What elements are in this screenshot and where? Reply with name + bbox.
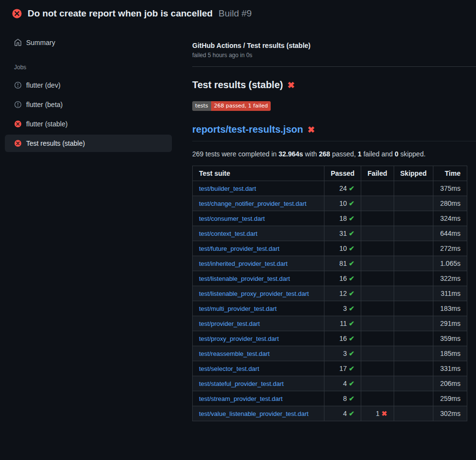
skipped-cell bbox=[394, 391, 433, 406]
alert-circle-icon bbox=[14, 101, 22, 108]
report-link[interactable]: reports/test-results.json bbox=[192, 124, 303, 135]
failed-cell bbox=[361, 271, 394, 286]
table-row: test/provider_test.dart11✔291ms bbox=[193, 316, 467, 331]
sidebar-item-summary[interactable]: Summary bbox=[5, 34, 172, 51]
skipped-cell bbox=[394, 196, 433, 211]
suite-link[interactable]: test/inherited_provider_test.dart bbox=[199, 260, 288, 267]
suite-link[interactable]: test/change_notifier_provider_test.dart bbox=[199, 200, 307, 207]
x-circle-icon bbox=[14, 139, 22, 147]
check-icon: ✔ bbox=[349, 320, 354, 327]
page-title: Do not create report when job is cancell… bbox=[28, 8, 213, 19]
skipped-cell bbox=[394, 346, 433, 361]
failed-cell bbox=[361, 286, 394, 301]
check-icon: ✔ bbox=[349, 230, 354, 237]
x-icon: ✖ bbox=[382, 410, 387, 417]
time-cell: 359ms bbox=[433, 331, 467, 346]
suite-link[interactable]: test/stream_provider_test.dart bbox=[199, 395, 283, 402]
content-layout: Summary Jobs flutter (dev)flutter (beta)… bbox=[0, 27, 476, 421]
table-row: test/reassemble_test.dart3✔185ms bbox=[193, 346, 467, 361]
passed-cell: 81✔ bbox=[324, 256, 361, 271]
sidebar-item-flutter-stable[interactable]: flutter (stable) bbox=[5, 115, 172, 133]
skipped-cell bbox=[394, 211, 433, 226]
table-row: test/builder_test.dart24✔375ms bbox=[193, 181, 467, 196]
red-x-icon: ✖ bbox=[287, 81, 294, 90]
passed-cell: 31✔ bbox=[324, 226, 361, 241]
check-icon: ✔ bbox=[349, 335, 354, 342]
failed-cell bbox=[361, 391, 394, 406]
time-cell: 185ms bbox=[433, 346, 467, 361]
suite-link[interactable]: test/multi_provider_test.dart bbox=[199, 305, 276, 312]
time-cell: 322ms bbox=[433, 271, 467, 286]
suite-link[interactable]: test/value_listenable_provider_test.dart bbox=[199, 410, 308, 417]
tests-badge: tests 268 passed, 1 failed bbox=[192, 101, 271, 111]
suite-cell: test/consumer_test.dart bbox=[193, 211, 324, 226]
skipped-cell bbox=[394, 226, 433, 241]
failed-cell bbox=[361, 196, 394, 211]
passed-cell: 24✔ bbox=[324, 181, 361, 196]
passed-cell: 8✔ bbox=[324, 391, 361, 406]
suite-link[interactable]: test/listenable_provider_test.dart bbox=[199, 275, 290, 282]
report-title: reports/test-results.json ✖ bbox=[192, 124, 476, 141]
failed-cell bbox=[361, 331, 394, 346]
failed-cell bbox=[361, 241, 394, 256]
suite-link[interactable]: test/provider_test.dart bbox=[199, 320, 260, 327]
sidebar-item-test-results-stable[interactable]: Test results (stable) bbox=[5, 135, 172, 152]
time-cell: 183ms bbox=[433, 301, 467, 316]
passed-cell: 10✔ bbox=[324, 241, 361, 256]
skipped-cell bbox=[394, 286, 433, 301]
main-panel: GitHub Actions / Test results (stable) f… bbox=[177, 27, 476, 421]
suite-link[interactable]: test/listenable_proxy_provider_test.dart bbox=[199, 290, 309, 297]
suite-cell: test/stream_provider_test.dart bbox=[193, 391, 324, 406]
check-icon: ✔ bbox=[349, 290, 354, 297]
suite-cell: test/listenable_provider_test.dart bbox=[193, 271, 324, 286]
skipped-cell bbox=[394, 256, 433, 271]
table-row: test/proxy_provider_test.dart16✔359ms bbox=[193, 331, 467, 346]
suite-link[interactable]: test/selector_test.dart bbox=[199, 365, 259, 372]
suite-cell: test/builder_test.dart bbox=[193, 181, 324, 196]
skipped-cell bbox=[394, 406, 433, 421]
table-row: test/future_provider_test.dart10✔272ms bbox=[193, 241, 467, 256]
passed-cell: 4✔ bbox=[324, 376, 361, 391]
results-table-body: test/builder_test.dart24✔375mstest/chang… bbox=[193, 181, 467, 421]
jobs-heading: Jobs bbox=[0, 53, 177, 77]
check-icon: ✔ bbox=[349, 410, 354, 417]
check-icon: ✔ bbox=[349, 199, 354, 207]
home-icon bbox=[14, 39, 22, 46]
suite-link[interactable]: test/proxy_provider_test.dart bbox=[199, 335, 279, 342]
passed-cell: 3✔ bbox=[324, 301, 361, 316]
time-cell: 272ms bbox=[433, 241, 467, 256]
passed-cell: 4✔ bbox=[324, 406, 361, 421]
table-row: test/listenable_proxy_provider_test.dart… bbox=[193, 286, 467, 301]
table-row: test/stream_provider_test.dart8✔259ms bbox=[193, 391, 467, 406]
suite-link[interactable]: test/context_test.dart bbox=[199, 230, 258, 237]
suite-link[interactable]: test/consumer_test.dart bbox=[199, 215, 265, 222]
skipped-cell bbox=[394, 181, 433, 196]
summary-skipped: 0 bbox=[395, 150, 399, 158]
col-header-suite: Test suite bbox=[193, 166, 324, 181]
time-cell: 311ms bbox=[433, 286, 467, 301]
check-icon: ✔ bbox=[349, 365, 354, 372]
failed-cell bbox=[361, 211, 394, 226]
suite-cell: test/value_listenable_provider_test.dart bbox=[193, 406, 324, 421]
alert-circle-icon bbox=[14, 81, 22, 89]
table-row: test/value_listenable_provider_test.dart… bbox=[193, 406, 467, 421]
time-cell: 302ms bbox=[433, 406, 467, 421]
suite-link[interactable]: test/builder_test.dart bbox=[199, 185, 256, 192]
check-icon: ✔ bbox=[349, 305, 354, 312]
table-header-row: Test suite Passed Failed Skipped Time bbox=[193, 166, 467, 181]
skipped-cell bbox=[394, 271, 433, 286]
divider bbox=[192, 66, 476, 67]
table-row: test/listenable_provider_test.dart16✔322… bbox=[193, 271, 467, 286]
suite-cell: test/context_test.dart bbox=[193, 226, 324, 241]
suite-link[interactable]: test/future_provider_test.dart bbox=[199, 245, 279, 252]
red-x-icon: ✖ bbox=[307, 125, 315, 134]
suite-link[interactable]: test/stateful_provider_test.dart bbox=[199, 380, 284, 387]
sidebar-item-flutter-dev[interactable]: flutter (dev) bbox=[5, 77, 172, 94]
sidebar-item-flutter-beta[interactable]: flutter (beta) bbox=[5, 96, 172, 113]
build-header: Do not create report when job is cancell… bbox=[0, 0, 476, 27]
summary-suffix: skipped. bbox=[399, 150, 426, 158]
suite-link[interactable]: test/reassemble_test.dart bbox=[199, 350, 270, 357]
check-icon: ✔ bbox=[349, 380, 354, 387]
skipped-cell bbox=[394, 316, 433, 331]
check-icon: ✔ bbox=[349, 245, 354, 252]
